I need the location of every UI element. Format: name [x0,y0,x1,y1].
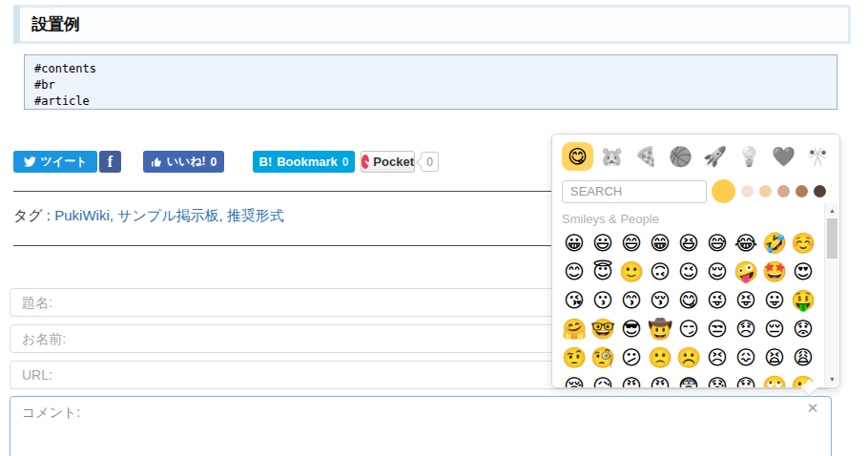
scrollbar-thumb[interactable] [827,218,837,259]
emoji-item[interactable]: 😆 [674,229,703,258]
emoji-item[interactable]: 😁 [646,229,674,258]
emoji-item[interactable]: 😞 [732,315,760,343]
emoji-category-tabs: 😋 🐹 🍕 🏀 🚀 💡 ❤️ 🎌 [552,135,839,174]
tab-flags[interactable]: 🎌 [802,142,834,171]
emoji-item[interactable]: 😏 [674,315,703,343]
emoji-item[interactable]: 😂 [732,229,760,258]
emoji-item[interactable]: 😟 [789,315,817,343]
emoji-scrollbar[interactable]: ▲ ▼ [824,203,838,386]
emoji-item[interactable]: 😖 [732,343,760,372]
emoji-item[interactable]: ☺️ [789,229,817,258]
facebook-icon: f [108,154,113,171]
skin-tone-dot[interactable] [777,185,790,197]
thumbs-up-icon [151,156,162,168]
emoji-item[interactable]: 😗 [589,286,617,315]
emoji-item[interactable]: 😔 [760,315,789,343]
emoji-search-input[interactable] [562,180,707,203]
tab-symbols[interactable]: ❤️ [768,142,799,171]
like-count: 0 [211,155,217,169]
emoji-item[interactable]: 😃 [589,229,617,258]
like-label: いいね! [167,154,206,170]
emoji-item[interactable]: 😩 [789,343,817,372]
emoji-item[interactable]: 😘 [560,286,589,315]
emoji-item[interactable]: 😉 [674,258,703,286]
emoji-item[interactable]: 😝 [732,286,760,315]
emoji-item[interactable]: 🤣 [760,229,789,258]
hatena-b-icon: B! [259,155,273,169]
tweet-button[interactable]: ツイート [13,151,97,173]
skin-tone-dot[interactable] [814,185,826,197]
emoji-item[interactable]: 🤪 [732,258,760,286]
pocket-button[interactable]: Pocket [361,151,415,173]
emoji-item[interactable]: 😋 [674,286,703,315]
emoji-item[interactable]: 😣 [703,343,732,372]
emoji-item[interactable]: 🙁 [646,343,674,372]
emoji-item[interactable]: 😜 [703,286,732,315]
emoji-item[interactable]: 😫 [760,343,789,372]
code-block: #contents #br #article [24,54,837,110]
emoji-item[interactable]: 🙂 [617,258,646,286]
emoji-item[interactable]: 😅 [703,229,732,258]
tab-animals-nature[interactable]: 🐹 [596,142,628,171]
emoji-item[interactable]: 🤓 [589,315,617,343]
emoji-item[interactable]: 🤑 [789,286,817,315]
emoji-grid: 😀😃😄😁😆😅😂🤣☺️😊😇🙂🙃😉😌🤪🤩😍😘😗😙😚😋😜😝😛🤑🤗🤓😎🤠😏😒😞😔😟🤨🧐😕… [560,229,819,388]
skin-tone-dot[interactable] [796,185,808,197]
emoji-item[interactable]: 😛 [760,286,789,315]
emoji-item[interactable]: 🤩 [760,258,789,286]
emoji-section-label: Smileys & People [552,205,839,227]
tab-activities[interactable]: 🏀 [665,142,696,171]
emoji-picker-close-icon[interactable]: ✕ [804,400,821,417]
emoji-item[interactable]: 😄 [617,229,646,258]
tag-label: タグ : [13,207,51,223]
tag-list: タグ : PukiWikiサンプル掲示板推奨形式 [13,207,284,225]
emoji-item[interactable]: 😌 [703,258,732,286]
emoji-item[interactable]: 😥 [589,372,617,388]
pocket-count-badge: 0 [421,152,439,172]
tab-smileys-people[interactable]: 😋 [562,142,593,171]
emoji-item[interactable]: 😊 [560,258,589,286]
page-title: 設置例 [13,5,851,44]
emoji-item[interactable]: 😙 [617,286,646,315]
tag-link-sample-board[interactable]: サンプル掲示板 [117,207,227,223]
tag-link-recommended-format[interactable]: 推奨形式 [227,207,284,223]
tweet-label: ツイート [41,154,88,170]
emoji-item[interactable]: 😒 [703,315,732,343]
facebook-like-button[interactable]: いいね! 0 [143,151,224,173]
comment-textarea[interactable] [10,396,832,456]
scroll-up-icon[interactable]: ▲ [825,207,839,214]
emoji-item[interactable]: 🙃 [646,258,674,286]
emoji-item[interactable]: 😰 [703,372,732,388]
emoji-item[interactable]: 😨 [674,372,703,388]
emoji-item[interactable]: 😇 [589,258,617,286]
emoji-item[interactable]: 😀 [560,229,589,258]
emoji-item[interactable]: 😪 [560,372,589,388]
skin-tone-dot[interactable] [712,179,735,203]
emoji-item[interactable]: 😡 [617,372,646,388]
twitter-bird-icon [24,155,36,168]
hatena-count: 0 [342,155,349,169]
skin-tone-selector [712,179,826,203]
emoji-item[interactable]: 😠 [646,372,674,388]
tab-objects[interactable]: 💡 [734,142,765,171]
emoji-item[interactable]: 😚 [646,286,674,315]
emoji-item[interactable]: 😕 [617,343,646,372]
emoji-item[interactable]: 😎 [617,315,646,343]
scroll-down-icon[interactable]: ▼ [825,376,839,383]
tag-link-pukiwiki[interactable]: PukiWiki [54,207,117,223]
emoji-item[interactable]: 🙄 [760,372,789,388]
facebook-share-button[interactable]: f [99,151,121,173]
emoji-item[interactable]: 😍 [789,258,817,286]
tab-travel-places[interactable]: 🚀 [699,142,731,171]
hatena-bookmark-button[interactable]: B! Bookmark 0 [253,151,355,173]
skin-tone-dot[interactable] [741,185,754,197]
emoji-item[interactable]: 🧐 [589,343,617,372]
tab-food-drink[interactable]: 🍕 [630,142,662,171]
emoji-item[interactable]: 😯 [732,372,760,388]
emoji-item[interactable]: ☹️ [674,343,703,372]
emoji-item[interactable]: 🤨 [560,343,589,372]
emoji-item[interactable]: 🤠 [646,315,674,343]
pocket-label: Pocket [373,155,414,169]
emoji-item[interactable]: 🤗 [560,315,589,343]
skin-tone-dot[interactable] [759,185,772,197]
